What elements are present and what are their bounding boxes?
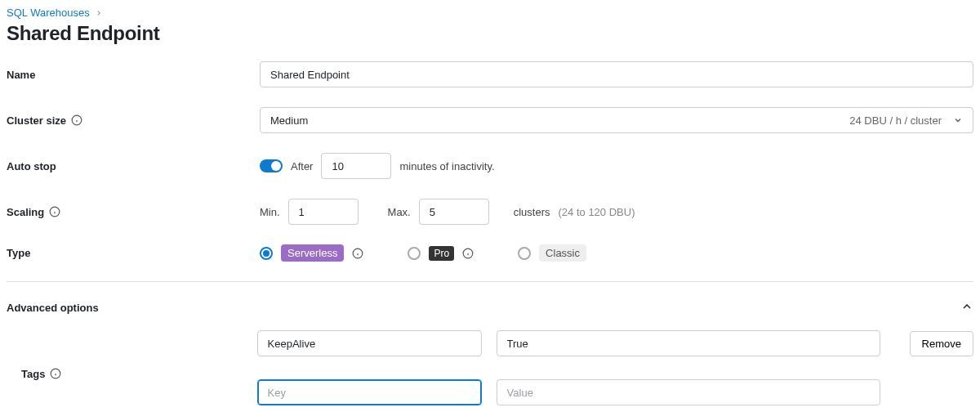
- tag-value-input[interactable]: [497, 330, 880, 356]
- auto-stop-suffix: minutes of inactivity.: [399, 160, 494, 172]
- scaling-range-hint: (24 to 120 DBU): [559, 206, 635, 218]
- chevron-up-icon: [960, 300, 973, 313]
- remove-tag-button[interactable]: Remove: [910, 331, 973, 356]
- auto-stop-toggle[interactable]: [260, 159, 283, 172]
- auto-stop-after-label: After: [291, 160, 313, 172]
- type-serverless-radio[interactable]: Serverless: [260, 244, 363, 262]
- tag-row: Remove: [257, 330, 973, 356]
- tags-label: Tags: [7, 368, 257, 380]
- info-icon[interactable]: [352, 248, 363, 259]
- advanced-options-label: Advanced options: [7, 302, 99, 314]
- serverless-badge: Serverless: [281, 244, 344, 262]
- radio-button: [518, 247, 531, 260]
- radio-button: [408, 247, 421, 260]
- info-icon[interactable]: [49, 206, 60, 217]
- cluster-size-value: Medium: [270, 114, 308, 127]
- type-classic-radio[interactable]: Classic: [518, 244, 586, 262]
- auto-stop-label: Auto stop: [7, 160, 260, 172]
- divider: [7, 281, 973, 282]
- type-pro-radio[interactable]: Pro: [408, 246, 474, 261]
- pro-badge: Pro: [429, 246, 454, 261]
- radio-button-checked: [260, 247, 273, 260]
- info-icon[interactable]: [50, 368, 61, 379]
- tag-value-input-new[interactable]: [497, 379, 880, 405]
- scaling-label: Scaling: [7, 206, 260, 218]
- tag-row: [257, 379, 973, 405]
- chevron-right-icon: [95, 9, 103, 17]
- classic-badge: Classic: [539, 244, 586, 262]
- name-label: Name: [7, 69, 260, 81]
- cluster-size-label: Cluster size: [7, 114, 260, 127]
- name-input[interactable]: [260, 61, 973, 87]
- advanced-options-toggle[interactable]: [960, 300, 973, 316]
- scaling-clusters-label: clusters: [514, 206, 550, 218]
- cluster-size-hint: 24 DBU / h / cluster: [849, 114, 942, 127]
- breadcrumb: SQL Warehouses: [7, 7, 973, 19]
- tag-key-input-new[interactable]: [257, 379, 482, 405]
- cluster-size-select[interactable]: Medium 24 DBU / h / cluster: [260, 107, 973, 133]
- scaling-min-label: Min.: [260, 206, 280, 218]
- tag-key-input[interactable]: [257, 330, 482, 356]
- info-icon[interactable]: [462, 248, 474, 259]
- scaling-max-input[interactable]: [419, 199, 489, 225]
- auto-stop-minutes-input[interactable]: [321, 153, 391, 179]
- breadcrumb-parent-link[interactable]: SQL Warehouses: [7, 7, 90, 19]
- info-icon[interactable]: [71, 114, 82, 126]
- scaling-max-label: Max.: [388, 206, 411, 218]
- type-label: Type: [7, 247, 260, 259]
- page-title: Shared Endpoint: [7, 22, 973, 45]
- chevron-down-icon: [953, 115, 963, 125]
- scaling-min-input[interactable]: [288, 199, 359, 225]
